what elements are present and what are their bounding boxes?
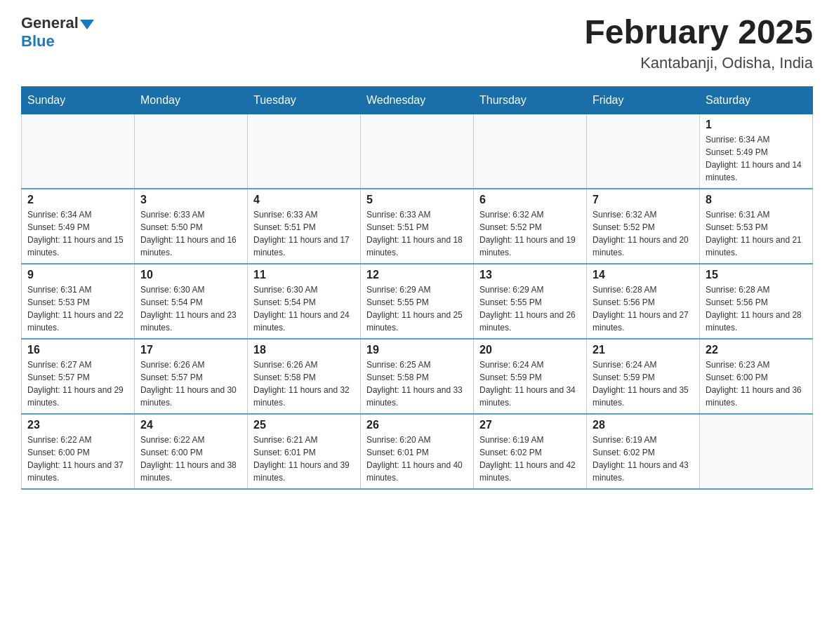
calendar-cell: 13Sunrise: 6:29 AM Sunset: 5:55 PM Dayli… (474, 264, 587, 339)
weekday-header-wednesday: Wednesday (361, 86, 474, 114)
day-info: Sunrise: 6:32 AM Sunset: 5:52 PM Dayligh… (479, 208, 581, 259)
calendar-cell: 27Sunrise: 6:19 AM Sunset: 6:02 PM Dayli… (474, 414, 587, 489)
logo-text-general: General (21, 14, 79, 32)
day-info: Sunrise: 6:21 AM Sunset: 6:01 PM Dayligh… (253, 434, 355, 484)
calendar-cell: 11Sunrise: 6:30 AM Sunset: 5:54 PM Dayli… (248, 264, 361, 339)
weekday-header-sunday: Sunday (22, 86, 135, 114)
day-info: Sunrise: 6:32 AM Sunset: 5:52 PM Dayligh… (593, 208, 694, 259)
day-info: Sunrise: 6:26 AM Sunset: 5:58 PM Dayligh… (253, 358, 355, 409)
weekday-header-monday: Monday (135, 86, 248, 114)
day-number: 17 (140, 344, 241, 356)
day-number: 23 (27, 419, 128, 431)
calendar-cell: 3Sunrise: 6:33 AM Sunset: 5:50 PM Daylig… (135, 189, 248, 264)
day-info: Sunrise: 6:22 AM Sunset: 6:00 PM Dayligh… (27, 434, 128, 484)
day-number: 21 (593, 344, 694, 356)
day-number: 4 (253, 194, 355, 206)
calendar-week-row: 1Sunrise: 6:34 AM Sunset: 5:49 PM Daylig… (22, 114, 813, 189)
day-number: 10 (140, 269, 241, 281)
day-info: Sunrise: 6:24 AM Sunset: 5:59 PM Dayligh… (479, 358, 581, 409)
day-info: Sunrise: 6:27 AM Sunset: 5:57 PM Dayligh… (27, 358, 128, 409)
day-info: Sunrise: 6:33 AM Sunset: 5:51 PM Dayligh… (253, 208, 355, 259)
day-info: Sunrise: 6:31 AM Sunset: 5:53 PM Dayligh… (27, 283, 128, 334)
weekday-header-tuesday: Tuesday (248, 86, 361, 114)
day-info: Sunrise: 6:29 AM Sunset: 5:55 PM Dayligh… (479, 283, 581, 334)
day-info: Sunrise: 6:25 AM Sunset: 5:58 PM Dayligh… (366, 358, 468, 409)
calendar-cell (474, 114, 587, 189)
location-title: Kantabanji, Odisha, India (584, 54, 813, 72)
calendar-cell: 5Sunrise: 6:33 AM Sunset: 5:51 PM Daylig… (361, 189, 474, 264)
calendar-cell: 15Sunrise: 6:28 AM Sunset: 5:56 PM Dayli… (700, 264, 813, 339)
day-info: Sunrise: 6:19 AM Sunset: 6:02 PM Dayligh… (479, 434, 581, 484)
day-number: 9 (27, 269, 128, 281)
day-number: 19 (366, 344, 468, 356)
logo-arrow-icon (80, 20, 94, 29)
calendar-cell (587, 114, 700, 189)
day-number: 25 (253, 419, 355, 431)
day-number: 2 (27, 194, 128, 206)
day-info: Sunrise: 6:33 AM Sunset: 5:50 PM Dayligh… (140, 208, 241, 259)
calendar-cell: 2Sunrise: 6:34 AM Sunset: 5:49 PM Daylig… (22, 189, 135, 264)
day-info: Sunrise: 6:24 AM Sunset: 5:59 PM Dayligh… (593, 358, 694, 409)
calendar-week-row: 2Sunrise: 6:34 AM Sunset: 5:49 PM Daylig… (22, 189, 813, 264)
calendar-cell: 23Sunrise: 6:22 AM Sunset: 6:00 PM Dayli… (22, 414, 135, 489)
day-info: Sunrise: 6:29 AM Sunset: 5:55 PM Dayligh… (366, 283, 468, 334)
weekday-header-row: SundayMondayTuesdayWednesdayThursdayFrid… (22, 86, 813, 114)
day-number: 20 (479, 344, 581, 356)
logo-text-blue: Blue (21, 32, 55, 51)
day-info: Sunrise: 6:19 AM Sunset: 6:02 PM Dayligh… (593, 434, 694, 484)
weekday-header-thursday: Thursday (474, 86, 587, 114)
day-number: 3 (140, 194, 241, 206)
day-number: 14 (593, 269, 694, 281)
calendar-cell: 25Sunrise: 6:21 AM Sunset: 6:01 PM Dayli… (248, 414, 361, 489)
day-number: 13 (479, 269, 581, 281)
day-info: Sunrise: 6:28 AM Sunset: 5:56 PM Dayligh… (593, 283, 694, 334)
day-number: 26 (366, 419, 468, 431)
calendar-cell: 6Sunrise: 6:32 AM Sunset: 5:52 PM Daylig… (474, 189, 587, 264)
day-number: 6 (479, 194, 581, 206)
calendar-cell: 1Sunrise: 6:34 AM Sunset: 5:49 PM Daylig… (700, 114, 813, 189)
day-info: Sunrise: 6:28 AM Sunset: 5:56 PM Dayligh… (706, 283, 807, 334)
day-info: Sunrise: 6:20 AM Sunset: 6:01 PM Dayligh… (366, 434, 468, 484)
day-number: 27 (479, 419, 581, 431)
logo-combined: General Blue (21, 14, 94, 51)
calendar-cell: 19Sunrise: 6:25 AM Sunset: 5:58 PM Dayli… (361, 339, 474, 414)
calendar-cell: 21Sunrise: 6:24 AM Sunset: 5:59 PM Dayli… (587, 339, 700, 414)
calendar-body: 1Sunrise: 6:34 AM Sunset: 5:49 PM Daylig… (22, 114, 813, 489)
day-info: Sunrise: 6:23 AM Sunset: 6:00 PM Dayligh… (706, 358, 807, 409)
day-number: 18 (253, 344, 355, 356)
day-number: 24 (140, 419, 241, 431)
calendar-cell (700, 414, 813, 489)
day-number: 5 (366, 194, 468, 206)
day-info: Sunrise: 6:31 AM Sunset: 5:53 PM Dayligh… (706, 208, 807, 259)
calendar-cell (22, 114, 135, 189)
day-info: Sunrise: 6:30 AM Sunset: 5:54 PM Dayligh… (253, 283, 355, 334)
calendar-cell: 12Sunrise: 6:29 AM Sunset: 5:55 PM Dayli… (361, 264, 474, 339)
calendar-cell: 14Sunrise: 6:28 AM Sunset: 5:56 PM Dayli… (587, 264, 700, 339)
day-number: 15 (706, 269, 807, 281)
calendar-table: SundayMondayTuesdayWednesdayThursdayFrid… (21, 86, 813, 490)
calendar-week-row: 16Sunrise: 6:27 AM Sunset: 5:57 PM Dayli… (22, 339, 813, 414)
calendar-cell (248, 114, 361, 189)
calendar-cell: 7Sunrise: 6:32 AM Sunset: 5:52 PM Daylig… (587, 189, 700, 264)
day-number: 8 (706, 194, 807, 206)
day-number: 16 (27, 344, 128, 356)
calendar-cell: 18Sunrise: 6:26 AM Sunset: 5:58 PM Dayli… (248, 339, 361, 414)
day-info: Sunrise: 6:26 AM Sunset: 5:57 PM Dayligh… (140, 358, 241, 409)
calendar-week-row: 9Sunrise: 6:31 AM Sunset: 5:53 PM Daylig… (22, 264, 813, 339)
weekday-header-friday: Friday (587, 86, 700, 114)
day-info: Sunrise: 6:34 AM Sunset: 5:49 PM Dayligh… (706, 133, 807, 184)
logo-row1: General (21, 14, 94, 32)
page-header: General Blue February 2025 Kantabanji, O… (21, 14, 813, 72)
title-area: February 2025 Kantabanji, Odisha, India (584, 14, 813, 72)
day-number: 1 (706, 119, 807, 131)
calendar-cell: 8Sunrise: 6:31 AM Sunset: 5:53 PM Daylig… (700, 189, 813, 264)
calendar-cell (361, 114, 474, 189)
day-number: 28 (593, 419, 694, 431)
day-info: Sunrise: 6:34 AM Sunset: 5:49 PM Dayligh… (27, 208, 128, 259)
calendar-cell: 26Sunrise: 6:20 AM Sunset: 6:01 PM Dayli… (361, 414, 474, 489)
day-info: Sunrise: 6:22 AM Sunset: 6:00 PM Dayligh… (140, 434, 241, 484)
day-number: 7 (593, 194, 694, 206)
calendar-cell (135, 114, 248, 189)
calendar-cell: 17Sunrise: 6:26 AM Sunset: 5:57 PM Dayli… (135, 339, 248, 414)
day-number: 11 (253, 269, 355, 281)
